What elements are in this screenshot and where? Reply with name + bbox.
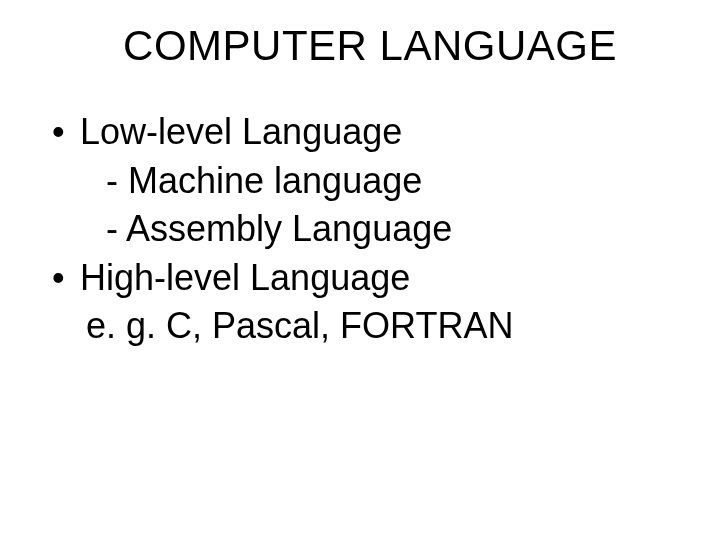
bullet-item-high-level: • High-level Language [50,254,680,303]
bullet-icon: • [50,108,80,157]
slide-content: • Low-level Language - Machine language … [40,108,680,351]
bullet-icon: • [50,254,80,303]
slide-title: COMPUTER LANGUAGE [40,22,680,70]
sub-item-machine: - Machine language [50,157,680,206]
slide-container: COMPUTER LANGUAGE • Low-level Language -… [0,0,720,540]
bullet-item-low-level: • Low-level Language [50,108,680,157]
sub-item-assembly: - Assembly Language [50,205,680,254]
bullet-text: Low-level Language [80,108,680,157]
bullet-text: High-level Language [80,254,680,303]
examples-line: e. g. C, Pascal, FORTRAN [50,302,680,351]
